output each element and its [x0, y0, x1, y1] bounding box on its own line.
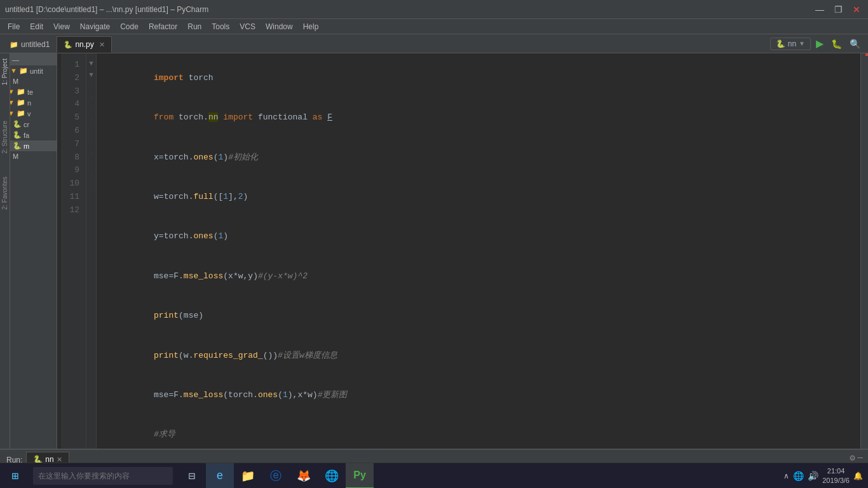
menu-navigate[interactable]: Navigate	[75, 21, 115, 32]
left-panel-tabs: 1: Project 2: Structure 2: Favorites	[0, 53, 10, 449]
code-line-8[interactable]: print(w.requires_grad_())#设置w梯度信息	[104, 336, 860, 376]
tab-close-icon[interactable]: ✕	[99, 41, 105, 49]
line-numbers: 1 2 3 4 5 6 7 8 9 10 11 12	[61, 53, 86, 449]
minimize-button[interactable]: —	[813, 4, 827, 15]
structure-panel-tab[interactable]: 2: Structure	[0, 116, 10, 159]
code-line-1[interactable]: import torch	[104, 58, 860, 98]
tab-project[interactable]: 📁 untitled1	[3, 36, 57, 53]
code-line-7[interactable]: print(mse)	[104, 296, 860, 336]
sidebar-fold1-label: te	[27, 88, 33, 96]
menu-edit[interactable]: Edit	[25, 21, 48, 32]
windows-taskbar: ⊞ ⊟ e 📁 ⓔ 🦊 🌐 Py ∧ 🌐 🔊 21:04 2019/3/6 🔔	[0, 463, 868, 488]
var-F3: F	[173, 390, 179, 400]
project-panel-tab[interactable]: 1: Project	[0, 53, 10, 90]
tray-expand-icon[interactable]: ∧	[783, 471, 789, 480]
taskbar-icon-pycharm[interactable]: Py	[346, 463, 374, 489]
fn-mse-loss-2: mse_loss	[184, 390, 223, 400]
code-line-4[interactable]: w=torch.full([1],2)	[104, 177, 860, 217]
file-icon: M	[13, 78, 18, 85]
code-line-10[interactable]: #求导	[104, 416, 860, 449]
py-icon-3: 🐍	[13, 142, 22, 150]
close-button[interactable]: ✕	[850, 4, 863, 15]
titlebar-controls: — ❐ ✕	[813, 4, 863, 15]
num-1b: 1	[223, 192, 228, 201]
tab-project-label: untitled1	[21, 40, 50, 49]
run-panel-controls: ⚙ —	[850, 452, 863, 463]
code-line-2[interactable]: from torch.nn import functional as F	[104, 98, 860, 137]
fold-1[interactable]: ▼	[88, 58, 95, 70]
py-icon: 🐍	[13, 120, 22, 128]
line-num-4: 4	[64, 98, 83, 111]
taskbar-search[interactable]	[33, 467, 173, 485]
menu-view[interactable]: View	[48, 21, 75, 32]
var-w3: w	[184, 351, 189, 360]
file-icon: 🐍	[64, 41, 72, 49]
run-button[interactable]: ▶	[813, 36, 826, 51]
var-y2: y	[248, 271, 253, 281]
menu-file[interactable]: File	[3, 21, 25, 32]
tray-volume-icon[interactable]: 🔊	[808, 471, 818, 481]
tray-network-icon[interactable]: 🌐	[793, 471, 804, 481]
line-num-6: 6	[64, 125, 83, 138]
toolbar-right: 🐍 nn ▼ ▶ 🐛 🔍	[770, 34, 868, 53]
torch-6: torch	[228, 390, 253, 400]
run-panel-close[interactable]: —	[858, 452, 863, 463]
fold-2[interactable]: ▼	[88, 70, 95, 81]
folder-icon-3: ▼ 📁	[8, 98, 25, 107]
tray-notif-icon[interactable]: 🔔	[853, 471, 863, 480]
torch-5: torch	[164, 231, 189, 241]
sidebar-cr-label: cr	[24, 121, 29, 128]
sidebar-nn-label: m	[24, 142, 29, 150]
fn-requires-grad: requires_grad_	[193, 351, 262, 360]
code-line-5[interactable]: y=torch.ones(1)	[104, 217, 860, 257]
error-indicator-top	[865, 53, 868, 56]
code-line-9[interactable]: mse=F.mse_loss(torch.ones(1),x*w)#更新图	[104, 376, 860, 415]
taskbar-icon-ie2[interactable]: 🦊	[290, 463, 318, 489]
fn-ones-1: ones	[193, 152, 213, 162]
code-content: 1 2 3 4 5 6 7 8 9 10 11 12 ▼ ▼ · · ·	[61, 53, 868, 449]
sidebar-fa-label: fa	[24, 132, 29, 139]
taskbar-icon-view[interactable]: ⊟	[178, 463, 206, 489]
taskbar-system-tray: ∧ 🌐 🔊 21:04 2019/3/6 🔔	[783, 466, 868, 485]
var-y: y	[154, 231, 159, 241]
taskbar-icon-ie[interactable]: ⓔ	[262, 463, 290, 489]
taskbar-clock[interactable]: 21:04 2019/3/6	[822, 466, 850, 485]
menu-code[interactable]: Code	[115, 21, 144, 32]
code-line-6[interactable]: mse=F.mse_loss(x*w,y)#(y-x*w)^2	[104, 257, 860, 296]
var-mse2: mse	[184, 311, 198, 320]
start-button[interactable]: ⊞	[0, 463, 31, 489]
menu-refactor[interactable]: Refactor	[144, 21, 182, 32]
taskbar-icon-edge[interactable]: e	[206, 463, 234, 489]
run-panel-settings[interactable]: ⚙	[850, 452, 855, 463]
code-line-3[interactable]: x=torch.ones(1)#初始化	[104, 138, 860, 177]
titlebar-title: untitled1 [D:\code\untitled1] – ...\nn.p…	[5, 5, 208, 14]
menu-tools[interactable]: Tools	[207, 21, 234, 32]
favorites-panel-tab[interactable]: 2: Favorites	[0, 172, 10, 215]
menu-vcs[interactable]: VCS	[234, 21, 261, 32]
debug-button[interactable]: 🐛	[829, 37, 844, 50]
run-config-selector[interactable]: 🐍 nn ▼	[770, 37, 811, 50]
line-num-3: 3	[64, 85, 83, 98]
menu-window[interactable]: Window	[261, 21, 298, 32]
tab-file-label: nn.py	[75, 40, 93, 49]
var-F2: F	[173, 271, 179, 281]
var-mse1: mse	[154, 271, 168, 281]
maximize-button[interactable]: ❐	[832, 4, 845, 15]
module-torch: torch	[189, 73, 214, 83]
line-num-8: 8	[64, 151, 83, 165]
var-F: F	[327, 112, 332, 122]
taskbar-icon-folder[interactable]: 📁	[234, 463, 262, 489]
taskbar-time: 21:04	[822, 466, 850, 475]
keyword-import2: import	[223, 112, 253, 122]
taskbar-icon-chrome[interactable]: 🌐	[318, 463, 346, 489]
code-lines[interactable]: import torch from torch.nn import functi…	[97, 53, 868, 449]
search-everywhere-button[interactable]: 🔍	[847, 37, 863, 50]
fn-full: full	[193, 192, 213, 201]
line-num-11: 11	[64, 191, 83, 204]
tab-file[interactable]: 🐍 nn.py ✕	[57, 36, 111, 53]
var-w4: w	[308, 390, 313, 400]
keyword-as: as	[313, 112, 323, 122]
menu-help[interactable]: Help	[298, 21, 324, 32]
taskbar-date: 2019/3/6	[822, 476, 850, 485]
menu-run[interactable]: Run	[182, 21, 207, 32]
